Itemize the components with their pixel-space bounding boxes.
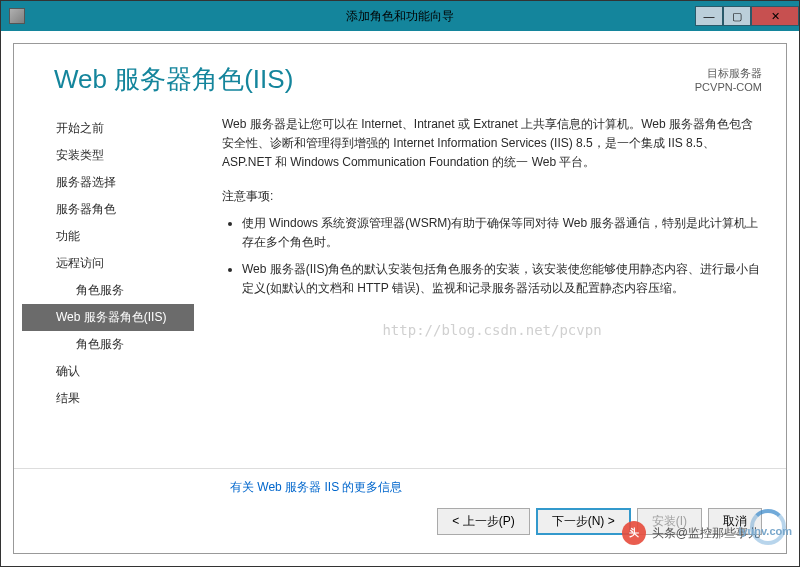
target-server-info: 目标服务器 PCVPN-COM bbox=[695, 66, 762, 93]
window-controls: — ▢ ✕ bbox=[695, 6, 799, 26]
more-info-link[interactable]: 有关 Web 服务器 IIS 的更多信息 bbox=[14, 479, 786, 508]
iyun-watermark: iyunv.com bbox=[738, 525, 792, 537]
sidebar-item-role-services-1[interactable]: 角色服务 bbox=[22, 277, 194, 304]
header: Web 服务器角色(IIS) 目标服务器 PCVPN-COM bbox=[14, 44, 786, 115]
notes-list: 使用 Windows 系统资源管理器(WSRM)有助于确保等同对待 Web 服务… bbox=[222, 214, 762, 299]
sidebar-item-confirm[interactable]: 确认 bbox=[22, 358, 194, 385]
content-panel: Web 服务器是让您可以在 Internet、Intranet 或 Extran… bbox=[194, 115, 786, 468]
minimize-button[interactable]: — bbox=[695, 6, 723, 26]
page-title: Web 服务器角色(IIS) bbox=[54, 62, 293, 97]
note-bullet-2: Web 服务器(IIS)角色的默认安装包括角色服务的安装，该安装使您能够使用静态… bbox=[242, 260, 762, 298]
wizard-sidebar: 开始之前 安装类型 服务器选择 服务器角色 功能 远程访问 角色服务 Web 服… bbox=[14, 115, 194, 468]
close-button[interactable]: ✕ bbox=[751, 6, 799, 26]
prev-button[interactable]: < 上一步(P) bbox=[437, 508, 529, 535]
maximize-button[interactable]: ▢ bbox=[723, 6, 751, 26]
notes-title: 注意事项: bbox=[222, 187, 762, 206]
sidebar-item-server-selection[interactable]: 服务器选择 bbox=[22, 169, 194, 196]
sidebar-item-iis-role[interactable]: Web 服务器角色(IIS) bbox=[22, 304, 194, 331]
sidebar-item-install-type[interactable]: 安装类型 bbox=[22, 142, 194, 169]
sidebar-item-features[interactable]: 功能 bbox=[22, 223, 194, 250]
window-title: 添加角色和功能向导 bbox=[346, 8, 454, 25]
sidebar-item-remote-access[interactable]: 远程访问 bbox=[22, 250, 194, 277]
sidebar-item-role-services-2[interactable]: 角色服务 bbox=[22, 331, 194, 358]
target-value: PCVPN-COM bbox=[695, 81, 762, 93]
note-bullet-1: 使用 Windows 系统资源管理器(WSRM)有助于确保等同对待 Web 服务… bbox=[242, 214, 762, 252]
intro-paragraph: Web 服务器是让您可以在 Internet、Intranet 或 Extran… bbox=[222, 115, 762, 173]
titlebar: 添加角色和功能向导 — ▢ ✕ bbox=[1, 1, 799, 31]
sidebar-item-results[interactable]: 结果 bbox=[22, 385, 194, 412]
blog-watermark: http://blog.csdn.net/pcvpn bbox=[222, 319, 762, 341]
sidebar-item-begin[interactable]: 开始之前 bbox=[22, 115, 194, 142]
target-label: 目标服务器 bbox=[695, 66, 762, 81]
app-icon bbox=[9, 8, 25, 24]
next-button[interactable]: 下一步(N) > bbox=[536, 508, 631, 535]
toutiao-icon: 头 bbox=[622, 521, 646, 545]
sidebar-item-server-roles[interactable]: 服务器角色 bbox=[22, 196, 194, 223]
